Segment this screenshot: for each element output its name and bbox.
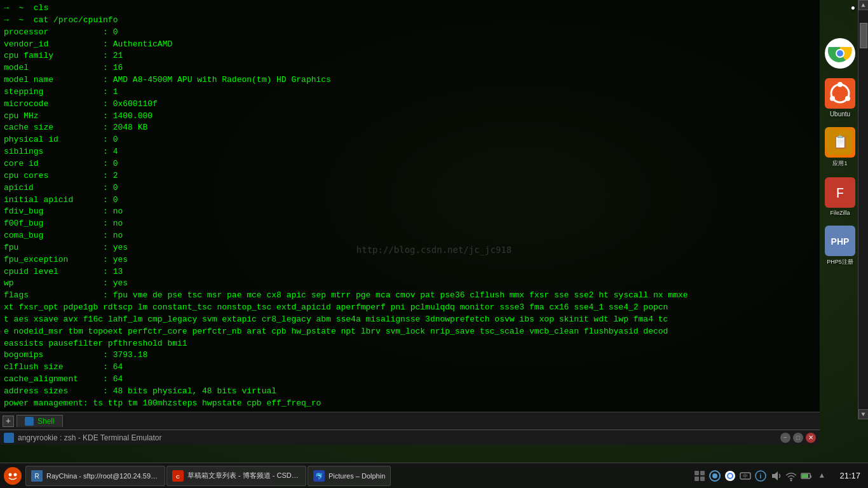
desktop-icons-area: Ubuntu 📋 应用1 F FileZilla PHP PHP5注册 <box>825 38 855 266</box>
tray-icon-info[interactable]: i <box>754 470 767 482</box>
terminal-tab-shell[interactable]: Shell <box>17 415 63 427</box>
scrollbar-down-button[interactable]: ▼ <box>858 409 869 419</box>
svg-point-16 <box>9 473 12 476</box>
terminal-line: vendor_id : AuthenticAMD <box>4 39 816 51</box>
svg-point-38 <box>790 479 792 481</box>
terminal-line: address sizes : 48 bits physical, 48 bit… <box>4 386 816 398</box>
filezilla-icon: F <box>825 177 855 208</box>
new-tab-button[interactable]: + <box>3 416 14 427</box>
tray-icon-battery[interactable] <box>800 470 813 482</box>
desktop-icon-chrome[interactable] <box>825 38 855 69</box>
taskbar-clock: 21:17 <box>834 471 865 480</box>
terminal-window-controls: − □ ✕ <box>780 433 816 443</box>
terminal-line: f00f_bug : no <box>4 218 816 230</box>
filezilla-icon-label: FileZilla <box>830 210 850 216</box>
svg-point-6 <box>837 82 843 87</box>
tray-icon-wifi[interactable] <box>785 470 797 482</box>
terminal-line: fpu_exception : yes <box>4 254 816 266</box>
tray-icon-volume[interactable] <box>770 470 782 482</box>
php-icon: PHP <box>825 226 855 256</box>
terminal-maximize-button[interactable]: □ <box>793 433 803 443</box>
svg-text:🐬: 🐬 <box>315 472 323 480</box>
svg-text:PHP: PHP <box>831 236 850 247</box>
svg-point-3 <box>837 50 843 57</box>
terminal-line: cpu MHz : 1400.000 <box>4 111 816 123</box>
terminal-line: initial apicid : 0 <box>4 194 816 207</box>
tab-shell-icon <box>25 417 34 426</box>
svg-point-32 <box>728 474 732 478</box>
svg-rect-27 <box>700 477 705 481</box>
taskbar-item-dolphin[interactable]: 🐬 Pictures – Dolphin <box>308 466 391 486</box>
svg-text:i: i <box>760 473 762 480</box>
terminal-line: cpu cores : 2 <box>4 170 816 182</box>
terminal-line: → ~ cls <box>4 3 816 15</box>
terminal-scrollbar[interactable]: ▲ ▼ <box>858 0 868 419</box>
app1-icon: 📋 <box>825 127 855 158</box>
app1-icon-label: 应用1 <box>832 159 847 168</box>
terminal-titlebar: angryrookie : zsh - KDE Terminal Emulato… <box>0 430 820 445</box>
terminal-line: apicid : 0 <box>4 182 816 194</box>
tray-icon-kde[interactable] <box>709 470 721 482</box>
ubuntu-icon <box>825 78 855 109</box>
terminal-line: processor : 0 <box>4 27 816 39</box>
taskbar-item-csdn[interactable]: C 草稿箱文章列表 - 博客频道 - CSDN.NET <box>166 466 306 486</box>
terminal-line: stepping : 1 <box>4 86 816 98</box>
terminal-tabbar: + Shell <box>0 412 820 430</box>
php-icon-label: PHP5注册 <box>827 258 853 266</box>
terminal-line: wp : yes <box>4 278 816 290</box>
svg-point-15 <box>6 469 20 483</box>
chrome-icon <box>825 38 855 69</box>
terminal-line: physical id : 0 <box>4 134 816 146</box>
terminal-line: coma_bug : no <box>4 230 816 242</box>
taskbar-dolphin-label: Pictures – Dolphin <box>329 472 385 480</box>
scrollbar-up-button[interactable]: ▲ <box>858 0 869 10</box>
terminal-line: → ~ cat /proc/cpuinfo <box>4 15 816 27</box>
svg-point-7 <box>845 96 850 101</box>
svg-text:C: C <box>176 474 180 480</box>
svg-rect-24 <box>695 471 699 475</box>
desktop-icon-php[interactable]: PHP PHP5注册 <box>825 226 855 266</box>
terminal-app-icon <box>4 433 14 443</box>
terminal-line: fdiv_bug : no <box>4 206 816 218</box>
tray-icon-input[interactable]: 中 <box>739 470 752 482</box>
terminal-line: t aes xsave avx f16c lahf_lm cmp_legacy … <box>4 314 816 326</box>
terminal-line: power management: ts ttp tm 100mhzsteps … <box>4 398 816 410</box>
tab-shell-label: Shell <box>37 417 55 426</box>
tray-icon-apps[interactable] <box>693 470 706 482</box>
svg-text:R: R <box>34 473 39 480</box>
terminal-line: model : 16 <box>4 62 816 74</box>
tray-icon-up-arrow[interactable]: ▲ <box>815 470 828 482</box>
desktop-icon-app1[interactable]: 📋 应用1 <box>825 127 855 168</box>
system-tray: 中 i <box>689 470 832 482</box>
desktop-icon-ubuntu[interactable]: Ubuntu <box>825 78 855 118</box>
start-button[interactable] <box>3 466 23 486</box>
tray-icon-chrome[interactable] <box>724 470 736 482</box>
taskbar: R RayChina - sftp://root@120.24.59.20...… <box>0 463 868 488</box>
desktop-label: ● <box>851 3 855 12</box>
svg-point-8 <box>830 96 835 101</box>
taskbar-csdn-label: 草稿箱文章列表 - 博客频道 - CSDN.NET <box>187 471 301 480</box>
scrollbar-track[interactable] <box>859 10 868 409</box>
scrollbar-thumb[interactable] <box>860 23 867 48</box>
raychina-icon: R <box>31 470 43 482</box>
svg-text:F: F <box>836 186 844 202</box>
terminal-line: cpuid level : 13 <box>4 266 816 278</box>
ubuntu-icon-label: Ubuntu <box>830 111 850 118</box>
terminal-minimize-button[interactable]: − <box>780 433 790 443</box>
taskbar-item-raychina[interactable]: R RayChina - sftp://root@120.24.59.20... <box>25 466 165 486</box>
terminal-line: cache_alignment : 64 <box>4 374 816 386</box>
terminal-close-button[interactable]: ✕ <box>806 433 816 443</box>
terminal-line: clflush size : 64 <box>4 362 816 374</box>
svg-text:中: 中 <box>743 473 748 479</box>
taskbar-raychina-label: RayChina - sftp://root@120.24.59.20... <box>46 472 159 480</box>
desktop-icon-filezilla[interactable]: F FileZilla <box>825 177 855 216</box>
terminal-line: e nodeid_msr tbm topoext perfctr_core pe… <box>4 326 816 338</box>
svg-rect-26 <box>695 477 699 481</box>
taskbar-items: R RayChina - sftp://root@120.24.59.20...… <box>25 466 687 486</box>
terminal-output: → ~ cls → ~ cat /proc/cpuinfo processor … <box>0 0 820 412</box>
terminal-line: fpu : yes <box>4 242 816 254</box>
terminal-line: flags : fpu vme de pse tsc msr pae mce c… <box>4 290 816 302</box>
terminal-title-text: angryrookie : zsh - KDE Terminal Emulato… <box>18 433 776 442</box>
terminal-line: cache size : 2048 KB <box>4 122 816 134</box>
terminal-line: core id : 0 <box>4 158 816 170</box>
